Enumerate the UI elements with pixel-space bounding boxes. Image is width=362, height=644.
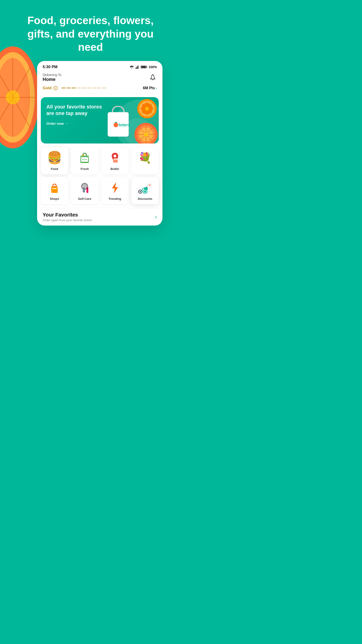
svg-rect-45 bbox=[53, 186, 56, 187]
svg-rect-13 bbox=[146, 66, 147, 68]
svg-rect-9 bbox=[137, 66, 138, 69]
svg-text:Fresh: Fresh bbox=[82, 158, 87, 161]
svg-text:toters: toters bbox=[119, 123, 130, 127]
svg-point-53 bbox=[144, 190, 146, 192]
discounts-icon: % bbox=[138, 181, 152, 195]
categories-grid: 🍔 Food Fresh bbox=[37, 147, 162, 208]
tier-dot-5 bbox=[82, 88, 86, 88]
tier-info: Gold i bbox=[43, 86, 106, 90]
tier-dot-6 bbox=[87, 88, 91, 88]
svg-point-23 bbox=[145, 107, 149, 110]
category-shops[interactable]: Shops bbox=[41, 177, 68, 204]
tier-bar: Gold i 6M Pts › bbox=[43, 86, 157, 94]
svg-point-34 bbox=[144, 132, 148, 136]
phone-card: 5:30 PM 100% bbox=[37, 61, 162, 226]
svg-rect-50 bbox=[83, 189, 85, 192]
svg-rect-42 bbox=[114, 158, 117, 160]
butler-label: Butler bbox=[110, 167, 119, 170]
status-icons: 100% bbox=[130, 65, 157, 69]
favorites-subtitle: Order again from your favorite stores bbox=[43, 218, 92, 222]
tier-dot-8 bbox=[97, 88, 101, 88]
tier-name: Gold bbox=[43, 86, 52, 90]
svg-rect-56 bbox=[144, 187, 147, 190]
food-icon: 🍔 bbox=[48, 151, 62, 165]
signal-icon bbox=[136, 65, 139, 69]
tier-points: 6M Pts bbox=[143, 86, 155, 90]
category-fresh[interactable]: Fresh Fresh bbox=[71, 147, 98, 174]
favorites-chevron-icon[interactable]: › bbox=[155, 213, 157, 220]
battery-percent: 100% bbox=[148, 65, 157, 69]
svg-rect-44 bbox=[52, 188, 57, 189]
tier-dot-9 bbox=[102, 88, 106, 88]
header: Delivering To Home bbox=[37, 71, 162, 86]
trending-label: Trending bbox=[108, 197, 121, 200]
selfcare-label: Self-Care bbox=[78, 197, 91, 200]
category-butler[interactable]: Butler bbox=[101, 147, 128, 174]
trending-icon bbox=[108, 181, 122, 195]
promo-banner[interactable]: toters All your favorite stores are one … bbox=[41, 97, 159, 144]
svg-rect-49 bbox=[86, 187, 88, 189]
svg-point-40 bbox=[114, 154, 116, 158]
flowers-icon: 💐 bbox=[138, 151, 152, 165]
svg-rect-43 bbox=[51, 186, 58, 193]
butler-icon bbox=[108, 151, 122, 165]
tier-info-icon[interactable]: i bbox=[54, 86, 58, 90]
battery-icon bbox=[141, 65, 147, 68]
category-flowers[interactable]: 💐 bbox=[132, 147, 159, 174]
svg-text:%: % bbox=[148, 184, 151, 186]
shops-label: Shops bbox=[50, 197, 59, 200]
status-time: 5:30 PM bbox=[43, 65, 58, 69]
tier-dot-7 bbox=[92, 88, 96, 88]
svg-rect-14 bbox=[141, 66, 146, 68]
favorites-section: Your Favorites Order again from your fav… bbox=[37, 208, 162, 226]
category-discounts[interactable]: % Discounts bbox=[132, 177, 159, 204]
selfcare-icon bbox=[78, 181, 92, 195]
delivering-label: Delivering To bbox=[43, 73, 62, 77]
category-selfcare[interactable]: Self-Care bbox=[71, 177, 98, 204]
discounts-label: Discounts bbox=[138, 197, 152, 200]
food-label: Food bbox=[51, 167, 58, 170]
banner-headline: All your favorite stores are one tap awa… bbox=[46, 104, 105, 117]
fresh-label: Fresh bbox=[81, 167, 89, 170]
category-food[interactable]: 🍔 Food bbox=[41, 147, 68, 174]
delivery-location: Home bbox=[43, 77, 62, 82]
favorites-info: Your Favorites Order again from your fav… bbox=[43, 212, 92, 222]
svg-point-15 bbox=[152, 74, 153, 75]
tier-dot-2 bbox=[66, 88, 71, 88]
tier-dot-4 bbox=[77, 88, 81, 88]
svg-rect-51 bbox=[83, 188, 84, 189]
fresh-icon: Fresh bbox=[78, 151, 92, 165]
category-trending[interactable]: Trending bbox=[101, 177, 128, 204]
notification-bell-button[interactable] bbox=[148, 73, 157, 81]
svg-rect-8 bbox=[136, 68, 136, 69]
tier-chevron-icon: › bbox=[156, 86, 157, 90]
shops-icon bbox=[48, 181, 62, 195]
wifi-icon bbox=[130, 65, 134, 69]
svg-point-39 bbox=[82, 154, 84, 156]
svg-point-7 bbox=[6, 90, 20, 104]
svg-rect-11 bbox=[139, 65, 140, 69]
banner-cta-button[interactable]: Order now → bbox=[46, 122, 153, 126]
tier-points-button[interactable]: 6M Pts › bbox=[143, 86, 157, 90]
tier-progress bbox=[62, 88, 106, 88]
svg-point-55 bbox=[140, 191, 141, 192]
svg-rect-10 bbox=[138, 66, 138, 69]
status-bar: 5:30 PM 100% bbox=[37, 61, 162, 71]
favorites-title: Your Favorites bbox=[43, 212, 92, 218]
location-info: Delivering To Home bbox=[43, 73, 62, 82]
tier-dot-1 bbox=[62, 88, 66, 88]
svg-point-25 bbox=[114, 123, 118, 127]
hero-headline: Food, groceries, flowers, gifts, and eve… bbox=[0, 0, 181, 61]
tier-dot-3 bbox=[72, 88, 76, 88]
